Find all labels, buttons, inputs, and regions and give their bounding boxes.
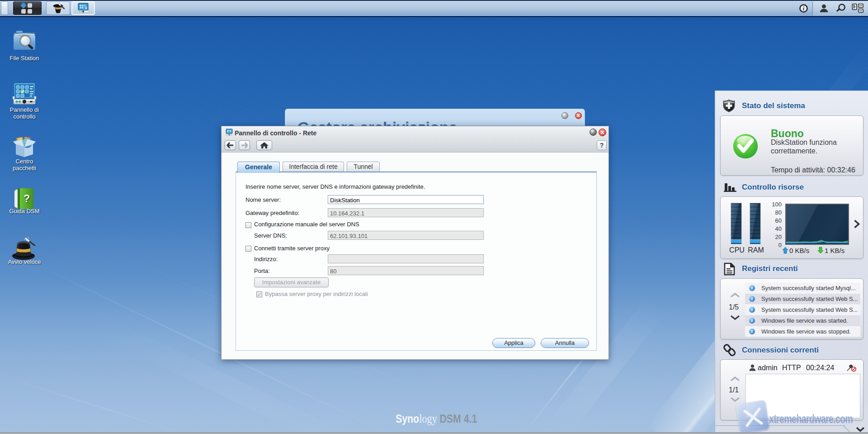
svg-text:i: i xyxy=(803,5,805,12)
svg-text:?: ? xyxy=(24,192,30,205)
